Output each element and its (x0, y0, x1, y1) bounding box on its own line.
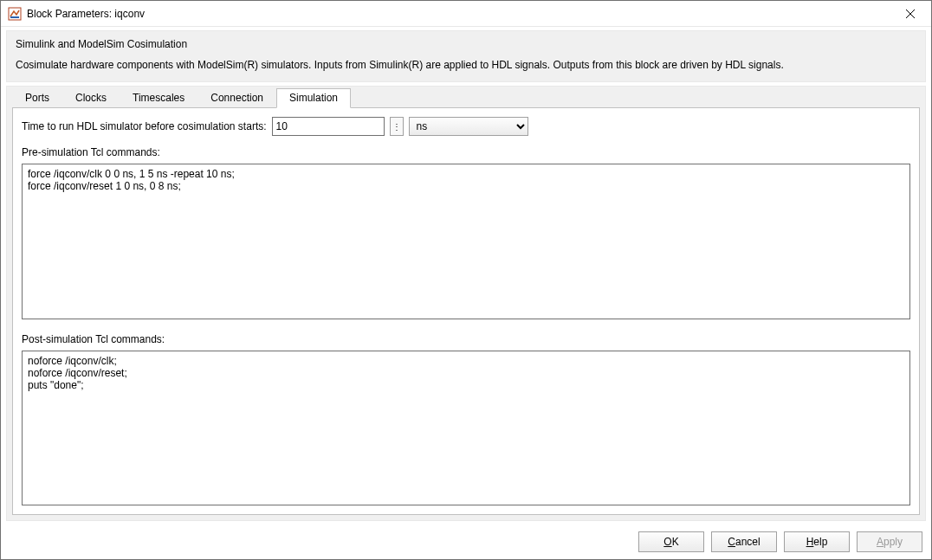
pre-label: Pre-simulation Tcl commands: (22, 146, 910, 158)
pre-group: Pre-simulation Tcl commands: (22, 145, 910, 319)
description-panel: Simulink and ModelSim Cosimulation Cosim… (6, 30, 926, 82)
time-input[interactable] (272, 117, 385, 136)
post-commands-textarea[interactable] (22, 351, 910, 506)
time-row: Time to run HDL simulator before cosimul… (22, 117, 910, 136)
close-button[interactable] (890, 1, 929, 26)
time-label: Time to run HDL simulator before cosimul… (22, 120, 267, 132)
window-title: Block Parameters: iqconv (27, 8, 890, 20)
titlebar: Block Parameters: iqconv (1, 1, 931, 27)
tab-clocks[interactable]: Clocks (62, 88, 120, 108)
tabpage-simulation: Time to run HDL simulator before cosimul… (12, 107, 920, 515)
content-panel: Ports Clocks Timescales Connection Simul… (6, 86, 926, 521)
ok-button[interactable]: OK (638, 531, 704, 552)
tab-ports[interactable]: Ports (12, 88, 62, 108)
tabstrip: Ports Clocks Timescales Connection Simul… (12, 88, 920, 107)
tab-timescales[interactable]: Timescales (120, 88, 197, 108)
dialog-window: Block Parameters: iqconv Simulink and Mo… (0, 0, 932, 560)
close-icon (906, 10, 915, 18)
kebab-icon: ⋮ (392, 122, 401, 132)
cancel-button[interactable]: Cancel (711, 531, 777, 552)
tab-connection[interactable]: Connection (197, 88, 276, 108)
post-group: Post-simulation Tcl commands: (22, 331, 910, 506)
time-unit-select[interactable]: fspsnsusmss (409, 117, 528, 136)
post-label: Post-simulation Tcl commands: (22, 333, 910, 345)
apply-button[interactable]: Apply (857, 531, 922, 552)
svg-rect-1 (10, 16, 19, 18)
description-title: Simulink and ModelSim Cosimulation (16, 38, 916, 50)
footer: OK Cancel Help Apply (1, 525, 931, 559)
spacer (22, 319, 910, 331)
time-variable-button[interactable]: ⋮ (390, 117, 404, 136)
description-body: Cosimulate hardware components with Mode… (16, 59, 916, 71)
simulink-icon (8, 7, 22, 21)
help-button[interactable]: Help (784, 531, 850, 552)
pre-commands-textarea[interactable] (22, 164, 910, 319)
tab-simulation[interactable]: Simulation (276, 88, 351, 108)
